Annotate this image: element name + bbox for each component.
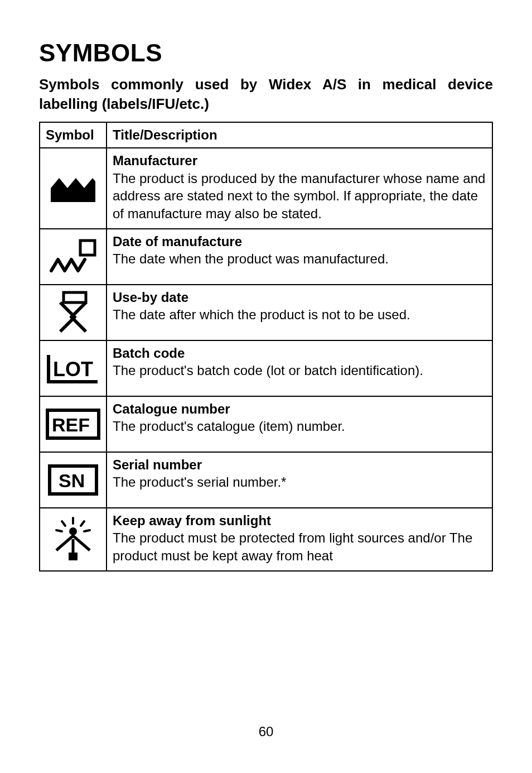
- row-title: Use-by date: [113, 290, 188, 305]
- manufacturer-icon: [43, 171, 103, 205]
- page-title: SYMBOLS: [39, 39, 493, 67]
- svg-text:LOT: LOT: [53, 358, 93, 381]
- row-body: The product is produced by the manufactu…: [113, 171, 485, 221]
- svg-rect-1: [80, 241, 95, 255]
- row-title: Keep away from sunlight: [113, 513, 271, 528]
- symbols-table: Symbol Title/Description Manufacturer Th…: [39, 122, 493, 571]
- table-row: Keep away from sunlight The product must…: [40, 508, 492, 571]
- row-title: Date of manufacture: [113, 234, 242, 249]
- table-row: LOT Batch code The product's batch code …: [40, 340, 492, 396]
- row-title: Serial number: [113, 457, 202, 472]
- page-subtitle: Symbols commonly used by Widex A/S in me…: [39, 75, 493, 114]
- row-title: Manufacturer: [113, 153, 197, 168]
- row-body: The product's catalogue (item) number.: [113, 419, 345, 434]
- page-number: 60: [0, 724, 532, 740]
- use-by-icon: [43, 290, 103, 335]
- lot-icon: LOT: [43, 352, 103, 385]
- svg-line-11: [56, 530, 62, 531]
- svg-text:SN: SN: [59, 470, 85, 491]
- table-row: Date of manufacture The date when the pr…: [40, 229, 492, 285]
- row-body: The product must be protected from light…: [113, 530, 472, 563]
- header-symbol: Symbol: [40, 122, 107, 148]
- row-title: Batch code: [113, 345, 185, 361]
- svg-line-9: [62, 521, 65, 526]
- svg-line-12: [84, 530, 90, 531]
- row-body: The date after which the product is not …: [113, 307, 410, 322]
- header-description: Title/Description: [107, 122, 492, 148]
- sn-icon: SN: [43, 464, 103, 496]
- row-body: The product's batch code (lot or batch i…: [113, 363, 423, 378]
- row-body: The date when the product was manufactur…: [113, 251, 389, 266]
- svg-point-13: [69, 527, 77, 535]
- table-row: Manufacturer The product is produced by …: [40, 148, 492, 229]
- table-row: Use-by date The date after which the pro…: [40, 285, 492, 340]
- svg-line-10: [81, 521, 84, 526]
- svg-text:REF: REF: [52, 414, 90, 435]
- row-title: Catalogue number: [113, 401, 230, 416]
- table-row: REF Catalogue number The product's catal…: [40, 396, 492, 452]
- date-manufacture-icon: [43, 237, 103, 276]
- svg-rect-2: [64, 292, 86, 303]
- svg-marker-0: [51, 178, 95, 202]
- row-body: The product's serial number.*: [113, 474, 286, 489]
- sunlight-icon: [43, 517, 103, 561]
- ref-icon: REF: [43, 408, 103, 440]
- table-row: SN Serial number The product's serial nu…: [40, 452, 492, 508]
- svg-rect-15: [69, 553, 78, 560]
